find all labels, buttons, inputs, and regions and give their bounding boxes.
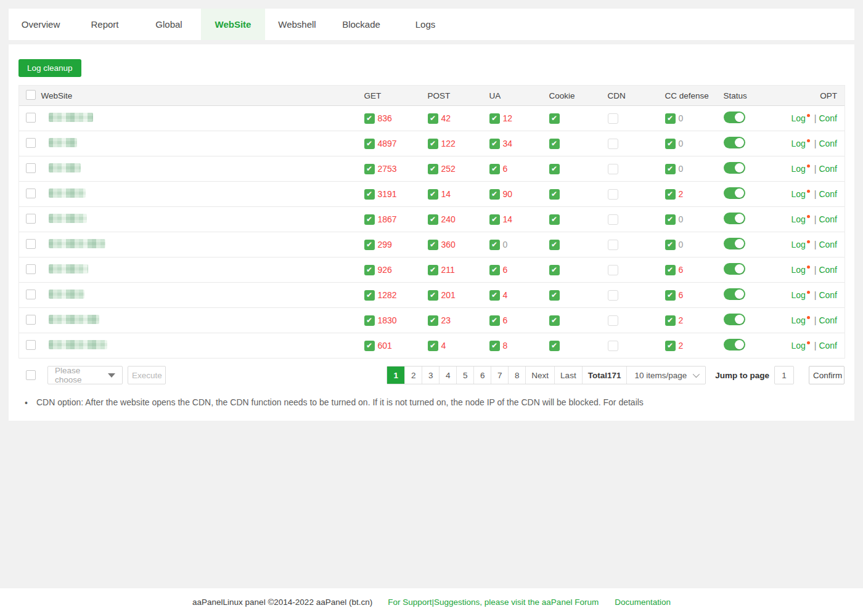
checked-icon[interactable]: ✔	[549, 214, 560, 225]
row-checkbox[interactable]	[26, 214, 36, 224]
log-link[interactable]: Log	[791, 214, 805, 224]
checked-icon[interactable]: ✔	[364, 113, 375, 124]
checked-icon[interactable]: ✔	[549, 189, 560, 200]
checked-icon[interactable]: ✔	[428, 164, 438, 174]
checked-icon[interactable]: ✔	[549, 290, 560, 301]
log-link[interactable]: Log	[791, 164, 805, 174]
status-toggle[interactable]	[724, 238, 745, 249]
checked-icon[interactable]: ✔	[428, 341, 438, 351]
row-checkbox[interactable]	[26, 290, 36, 299]
site-name-redacted[interactable]	[49, 290, 84, 299]
checked-icon[interactable]: ✔	[549, 240, 560, 250]
checked-icon[interactable]: ✔	[665, 315, 676, 326]
checked-icon[interactable]: ✔	[428, 113, 438, 124]
log-link[interactable]: Log	[791, 341, 805, 351]
unchecked-icon[interactable]	[608, 214, 618, 225]
bulk-select-checkbox[interactable]	[26, 370, 36, 380]
unchecked-icon[interactable]	[608, 290, 618, 301]
execute-button[interactable]: Execute	[128, 366, 166, 384]
page-button-7[interactable]: 7	[491, 367, 508, 384]
status-toggle[interactable]	[724, 288, 745, 300]
conf-link[interactable]: Conf	[819, 240, 837, 249]
checked-icon[interactable]: ✔	[665, 113, 676, 124]
checked-icon[interactable]: ✔	[489, 315, 500, 326]
tab-blockade[interactable]: Blockade	[329, 9, 393, 40]
checked-icon[interactable]: ✔	[665, 240, 676, 250]
checked-icon[interactable]: ✔	[549, 139, 560, 149]
checked-icon[interactable]: ✔	[549, 265, 560, 275]
site-name-redacted[interactable]	[49, 340, 107, 349]
checked-icon[interactable]: ✔	[489, 290, 500, 301]
last-page-button[interactable]: Last	[554, 367, 582, 384]
conf-link[interactable]: Conf	[819, 341, 837, 351]
checked-icon[interactable]: ✔	[489, 164, 500, 174]
jump-to-page-input[interactable]	[774, 366, 794, 384]
log-link[interactable]: Log	[791, 290, 805, 300]
conf-link[interactable]: Conf	[819, 189, 837, 199]
status-toggle[interactable]	[724, 162, 745, 174]
tab-report[interactable]: Report	[73, 9, 137, 40]
checked-icon[interactable]: ✔	[489, 240, 500, 250]
log-link[interactable]: Log	[791, 139, 805, 148]
log-link[interactable]: Log	[791, 113, 805, 123]
checked-icon[interactable]: ✔	[428, 214, 438, 225]
checked-icon[interactable]: ✔	[489, 189, 500, 200]
checked-icon[interactable]: ✔	[428, 290, 438, 301]
checked-icon[interactable]: ✔	[428, 265, 438, 275]
log-link[interactable]: Log	[791, 265, 805, 275]
checked-icon[interactable]: ✔	[665, 164, 676, 174]
log-cleanup-button[interactable]: Log cleanup	[18, 59, 81, 77]
page-button-2[interactable]: 2	[404, 367, 422, 384]
checked-icon[interactable]: ✔	[549, 341, 560, 351]
checked-icon[interactable]: ✔	[665, 265, 676, 275]
bulk-action-select[interactable]: Please choose	[47, 366, 123, 384]
log-link[interactable]: Log	[791, 189, 805, 199]
checked-icon[interactable]: ✔	[549, 315, 560, 326]
checked-icon[interactable]: ✔	[428, 189, 438, 200]
status-toggle[interactable]	[724, 137, 745, 148]
conf-link[interactable]: Conf	[819, 265, 837, 275]
log-link[interactable]: Log	[791, 315, 805, 325]
unchecked-icon[interactable]	[608, 113, 618, 124]
checked-icon[interactable]: ✔	[489, 139, 500, 149]
row-checkbox[interactable]	[26, 113, 36, 123]
row-checkbox[interactable]	[26, 315, 36, 325]
page-button-1[interactable]: 1	[387, 367, 404, 384]
checked-icon[interactable]: ✔	[364, 214, 375, 225]
checked-icon[interactable]: ✔	[489, 265, 500, 275]
select-all-checkbox[interactable]	[26, 90, 36, 100]
status-toggle[interactable]	[724, 263, 745, 275]
confirm-button[interactable]: Confirm	[809, 366, 845, 384]
tab-website[interactable]: WebSite	[201, 9, 265, 40]
checked-icon[interactable]: ✔	[489, 341, 500, 351]
page-size-select[interactable]: 10 items/page	[626, 367, 705, 384]
checked-icon[interactable]: ✔	[489, 214, 500, 225]
row-checkbox[interactable]	[26, 340, 36, 350]
checked-icon[interactable]: ✔	[364, 164, 375, 174]
unchecked-icon[interactable]	[608, 139, 618, 149]
checked-icon[interactable]: ✔	[364, 265, 375, 275]
status-toggle[interactable]	[724, 314, 745, 325]
unchecked-icon[interactable]	[608, 189, 618, 200]
conf-link[interactable]: Conf	[819, 139, 837, 148]
site-name-redacted[interactable]	[49, 188, 86, 198]
row-checkbox[interactable]	[26, 239, 36, 249]
page-button-8[interactable]: 8	[508, 367, 525, 384]
tab-logs[interactable]: Logs	[393, 9, 457, 40]
checked-icon[interactable]: ✔	[428, 139, 438, 149]
row-checkbox[interactable]	[26, 264, 36, 274]
checked-icon[interactable]: ✔	[665, 139, 676, 149]
site-name-redacted[interactable]	[49, 163, 81, 172]
checked-icon[interactable]: ✔	[364, 189, 375, 200]
site-name-redacted[interactable]	[49, 239, 105, 248]
checked-icon[interactable]: ✔	[364, 315, 375, 326]
page-button-3[interactable]: 3	[422, 367, 439, 384]
checked-icon[interactable]: ✔	[549, 113, 560, 124]
page-button-5[interactable]: 5	[456, 367, 473, 384]
site-name-redacted[interactable]	[49, 113, 93, 122]
log-link[interactable]: Log	[791, 240, 805, 249]
conf-link[interactable]: Conf	[819, 290, 837, 300]
site-name-redacted[interactable]	[49, 264, 88, 274]
unchecked-icon[interactable]	[608, 265, 618, 275]
tab-overview[interactable]: Overview	[9, 9, 73, 40]
